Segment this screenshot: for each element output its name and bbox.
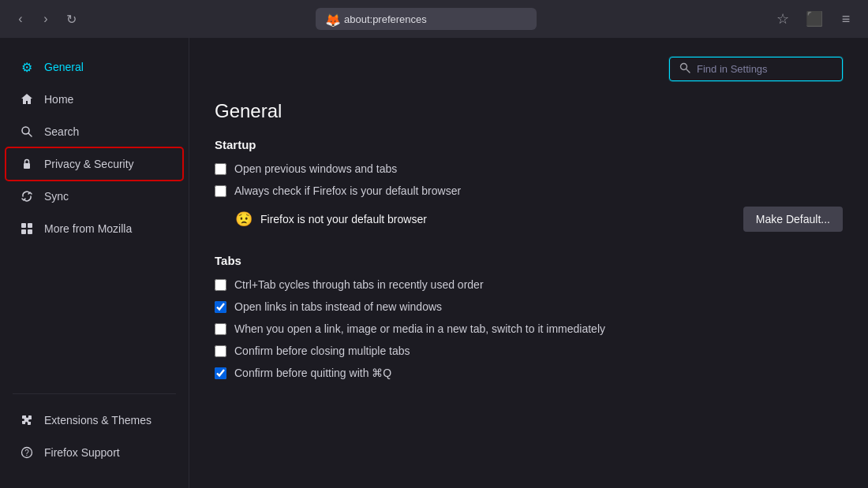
- address-text: about:preferences: [344, 13, 427, 25]
- lock-icon: [19, 156, 35, 172]
- toolbar-right: ☆ ⬛ ≡: [770, 6, 859, 32]
- check-default-checkbox[interactable]: [215, 185, 226, 197]
- support-icon: ?: [19, 445, 35, 460]
- forward-icon: ›: [43, 12, 47, 26]
- pocket-icon: ⬛: [806, 10, 823, 28]
- open-previous-label[interactable]: Open previous windows and tabs: [234, 162, 397, 175]
- open-previous-row: Open previous windows and tabs: [215, 162, 843, 175]
- tabs-section-title: Tabs: [215, 254, 843, 267]
- svg-rect-3: [21, 223, 26, 228]
- switch-new-tab-checkbox[interactable]: [215, 323, 226, 335]
- bookmark-icon: ☆: [776, 10, 789, 28]
- forward-button[interactable]: ›: [35, 8, 57, 30]
- make-default-button[interactable]: Make Default...: [743, 207, 843, 232]
- svg-rect-6: [28, 229, 32, 234]
- sidebar-item-sync[interactable]: Sync: [6, 181, 182, 212]
- tabs-section: Tabs Ctrl+Tab cycles through tabs in rec…: [215, 254, 843, 379]
- find-settings-field[interactable]: Find in Settings: [669, 57, 843, 81]
- main-container: ⚙ General Home: [0, 38, 868, 488]
- bookmark-button[interactable]: ☆: [770, 6, 795, 32]
- svg-text:?: ?: [24, 449, 29, 457]
- confirm-close-row: Confirm before closing multiple tabs: [215, 345, 843, 357]
- startup-section: Startup Open previous windows and tabs A…: [215, 138, 843, 232]
- firefox-logo-icon: 🦊: [325, 13, 338, 25]
- mozilla-icon: [19, 221, 35, 237]
- ctrl-tab-label[interactable]: Ctrl+Tab cycles through tabs in recently…: [234, 278, 484, 291]
- svg-point-9: [681, 64, 687, 70]
- confirm-quit-label[interactable]: Confirm before quitting with ⌘Q: [234, 367, 391, 379]
- sidebar-label-privacy-security: Privacy & Security: [44, 158, 134, 170]
- sidebar-bottom: Extensions & Themes ? Firefox Support: [0, 404, 189, 475]
- confirm-quit-checkbox[interactable]: [215, 367, 226, 379]
- check-default-row: Always check if Firefox is your default …: [215, 184, 843, 197]
- sidebar-divider: [13, 393, 176, 394]
- switch-new-tab-label[interactable]: When you open a link, image or media in …: [234, 322, 605, 335]
- sidebar: ⚙ General Home: [0, 38, 189, 488]
- sidebar-item-extensions-themes[interactable]: Extensions & Themes: [6, 404, 182, 436]
- svg-rect-2: [24, 163, 30, 169]
- switch-new-tab-row: When you open a link, image or media in …: [215, 322, 843, 335]
- menu-button[interactable]: ≡: [833, 6, 859, 32]
- sidebar-item-more-from-mozilla[interactable]: More from Mozilla: [6, 213, 182, 244]
- address-bar[interactable]: 🦊 about:preferences: [316, 8, 537, 30]
- svg-line-1: [28, 133, 32, 136]
- gear-icon: ⚙: [19, 59, 35, 75]
- open-links-tabs-checkbox[interactable]: [215, 301, 226, 313]
- pocket-button[interactable]: ⬛: [802, 6, 827, 32]
- menu-icon: ≡: [842, 11, 851, 28]
- confirm-quit-row: Confirm before quitting with ⌘Q: [215, 367, 843, 379]
- nav-buttons: ‹ › ↻: [9, 8, 82, 30]
- sidebar-label-more-from-mozilla: More from Mozilla: [44, 222, 132, 235]
- back-icon: ‹: [18, 12, 22, 26]
- confirm-close-label[interactable]: Confirm before closing multiple tabs: [234, 345, 410, 357]
- sidebar-label-home: Home: [44, 93, 73, 106]
- sidebar-item-search[interactable]: Search: [6, 116, 182, 147]
- home-icon: [19, 91, 35, 107]
- sidebar-item-home[interactable]: Home: [6, 84, 182, 115]
- sidebar-label-sync: Sync: [44, 190, 69, 203]
- ctrl-tab-row: Ctrl+Tab cycles through tabs in recently…: [215, 278, 843, 291]
- sidebar-item-firefox-support[interactable]: ? Firefox Support: [6, 437, 182, 468]
- sync-icon: [19, 188, 35, 204]
- titlebar: ‹ › ↻ 🦊 about:preferences ☆ ⬛ ≡: [0, 0, 868, 38]
- content-area: Find in Settings General Startup Open pr…: [189, 38, 868, 488]
- check-default-label[interactable]: Always check if Firefox is your default …: [234, 184, 461, 197]
- extensions-icon: [19, 412, 35, 428]
- open-links-tabs-label[interactable]: Open links in tabs instead of new window…: [234, 300, 442, 313]
- page-title: General: [215, 100, 843, 122]
- default-browser-row: 😟 Firefox is not your default browser Ma…: [235, 207, 843, 232]
- svg-line-10: [687, 69, 690, 73]
- sidebar-item-privacy-security[interactable]: Privacy & Security: [6, 148, 182, 180]
- back-button[interactable]: ‹: [9, 8, 32, 30]
- startup-section-title: Startup: [215, 138, 843, 151]
- find-search-icon: [679, 62, 690, 76]
- default-browser-warning-text: Firefox is not your default browser: [260, 213, 735, 225]
- confirm-close-checkbox[interactable]: [215, 345, 226, 357]
- find-settings-placeholder: Find in Settings: [697, 63, 768, 75]
- sidebar-top: ⚙ General Home: [0, 50, 189, 384]
- warning-icon: 😟: [235, 210, 253, 228]
- ctrl-tab-checkbox[interactable]: [215, 279, 226, 291]
- sidebar-label-extensions-themes: Extensions & Themes: [44, 414, 152, 427]
- sidebar-label-search: Search: [44, 125, 79, 138]
- sidebar-label-general: General: [44, 61, 84, 73]
- find-settings-container: Find in Settings: [215, 57, 843, 81]
- svg-rect-4: [28, 223, 32, 228]
- refresh-button[interactable]: ↻: [60, 8, 82, 30]
- sidebar-label-firefox-support: Firefox Support: [44, 446, 120, 459]
- svg-rect-5: [21, 229, 26, 234]
- search-nav-icon: [19, 124, 35, 140]
- address-bar-container: 🦊 about:preferences: [88, 8, 764, 30]
- open-previous-checkbox[interactable]: [215, 163, 226, 175]
- open-links-tabs-row: Open links in tabs instead of new window…: [215, 300, 843, 313]
- refresh-icon: ↻: [66, 12, 77, 27]
- sidebar-item-general[interactable]: ⚙ General: [6, 51, 182, 83]
